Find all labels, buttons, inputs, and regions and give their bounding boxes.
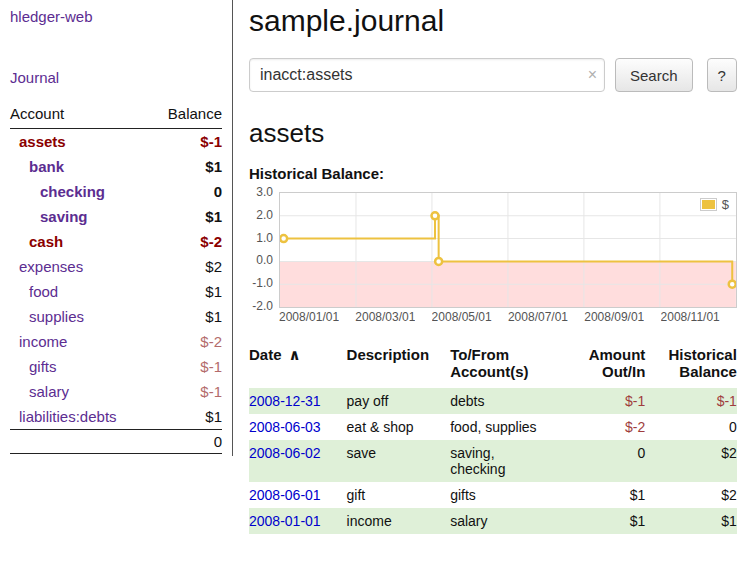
account-link[interactable]: gifts <box>29 358 57 375</box>
account-balance: $2 <box>151 254 223 279</box>
account-balance: $1 <box>151 154 223 179</box>
account-link[interactable]: food <box>29 283 58 300</box>
register-col-account: To/From Account(s) <box>450 344 563 388</box>
accounts-table: Account Balance assets$-1bank$1checking0… <box>10 102 222 454</box>
register-date-link[interactable]: 2008-06-03 <box>249 419 321 435</box>
account-row: gifts$-1 <box>10 354 222 379</box>
balance-chart-svg <box>280 193 736 307</box>
account-link[interactable]: cash <box>29 233 63 250</box>
account-balance: $-1 <box>151 354 223 379</box>
chart-point <box>435 258 442 265</box>
register-balance: $2 <box>645 440 737 482</box>
x-axis-tick-label: 2008/07/01 <box>508 310 568 324</box>
chart-point <box>729 281 736 288</box>
register-balance: $-1 <box>645 388 737 414</box>
legend-swatch-icon <box>700 198 717 211</box>
register-date-cell: 2008-06-02 <box>249 440 347 482</box>
account-link[interactable]: salary <box>29 383 69 400</box>
register-account: salary <box>450 508 563 534</box>
register-col-date[interactable]: Date∧ <box>249 344 347 388</box>
register-account: gifts <box>450 482 563 508</box>
register-table-body: 2008-12-31pay offdebts$-1$-12008-06-03ea… <box>249 388 737 534</box>
account-balance: $-1 <box>151 129 223 155</box>
main-content: sample.journal × Search ? assets Histori… <box>233 0 742 534</box>
help-button[interactable]: ? <box>707 58 737 92</box>
account-link[interactable]: assets <box>19 133 66 150</box>
register-description: gift <box>347 482 451 508</box>
account-balance: $-1 <box>151 379 223 404</box>
account-heading: assets <box>249 118 737 149</box>
register-date-link[interactable]: 2008-01-01 <box>249 513 321 529</box>
register-account: food, supplies <box>450 414 563 440</box>
sidebar-journal-link[interactable]: Journal <box>10 69 222 86</box>
y-axis-tick-label: 2.0 <box>256 208 273 222</box>
account-link[interactable]: supplies <box>29 308 84 325</box>
register-amount: 0 <box>563 440 645 482</box>
chart-y-labels: 3.02.01.00.0-1.0-2.0 <box>249 192 279 306</box>
register-description: income <box>347 508 451 534</box>
legend-label: $ <box>722 197 729 212</box>
account-balance: 0 <box>151 179 223 204</box>
register-date-link[interactable]: 2008-12-31 <box>249 393 321 409</box>
account-link[interactable]: liabilities:debts <box>19 408 117 425</box>
register-balance: $2 <box>645 482 737 508</box>
account-balance: $1 <box>151 204 223 229</box>
register-col-balance: Historical Balance <box>645 344 737 388</box>
account-link[interactable]: checking <box>40 183 105 200</box>
register-account: saving, checking <box>450 440 563 482</box>
register-col-description: Description <box>347 344 451 388</box>
account-row: assets$-1 <box>10 129 222 155</box>
register-row: 2008-06-02savesaving, checking0$2 <box>249 440 737 482</box>
register-date-link[interactable]: 2008-06-02 <box>249 445 321 461</box>
register-balance: $1 <box>645 508 737 534</box>
register-amount: $-2 <box>563 414 645 440</box>
accounts-table-body: assets$-1bank$1checking0saving$1cash$-2e… <box>10 129 222 430</box>
search-button[interactable]: Search <box>615 58 693 92</box>
register-description: save <box>347 440 451 482</box>
account-row: saving$1 <box>10 204 222 229</box>
account-balance: $1 <box>151 279 223 304</box>
search-input[interactable] <box>249 58 605 92</box>
account-link[interactable]: expenses <box>19 258 83 275</box>
sort-ascending-icon: ∧ <box>289 346 301 363</box>
register-description: pay off <box>347 388 451 414</box>
account-balance: $1 <box>151 304 223 329</box>
x-axis-tick-label: 2008/05/01 <box>432 310 492 324</box>
x-axis-tick-label: 2008/11/01 <box>661 310 720 324</box>
register-amount: $-1 <box>563 388 645 414</box>
app-title-link[interactable]: hledger-web <box>10 8 222 25</box>
y-axis-tick-label: -1.0 <box>252 276 273 290</box>
chart-plot-area: $ <box>279 192 737 308</box>
register-date-cell: 2008-06-03 <box>249 414 347 440</box>
search-box: × <box>249 58 605 92</box>
y-axis-tick-label: 0.0 <box>256 253 273 267</box>
chart-legend: $ <box>697 196 732 213</box>
account-row: salary$-1 <box>10 379 222 404</box>
register-row: 2008-01-01incomesalary$1$1 <box>249 508 737 534</box>
accounts-total-value: 0 <box>151 430 223 454</box>
register-account: debts <box>450 388 563 414</box>
chart-point <box>280 235 287 242</box>
chart-point <box>431 212 438 219</box>
chart-title: Historical Balance: <box>249 165 737 182</box>
register-col-amount: Amount Out/In <box>563 344 645 388</box>
account-link[interactable]: saving <box>40 208 88 225</box>
register-date-link[interactable]: 2008-06-01 <box>249 487 321 503</box>
account-balance: $-2 <box>151 229 223 254</box>
register-date-cell: 2008-01-01 <box>249 508 347 534</box>
page-title: sample.journal <box>249 4 737 38</box>
account-row: checking0 <box>10 179 222 204</box>
account-link[interactable]: bank <box>29 158 64 175</box>
accounts-col-balance: Balance <box>151 102 223 129</box>
balance-chart: 3.02.01.00.0-1.0-2.0 $ 2008/01/012008/03… <box>249 192 737 326</box>
register-amount: $1 <box>563 508 645 534</box>
clear-search-icon[interactable]: × <box>588 66 597 84</box>
hledger-web-app: hledger-web Journal Account Balance asse… <box>0 0 742 582</box>
register-row: 2008-06-03eat & shopfood, supplies$-20 <box>249 414 737 440</box>
account-link[interactable]: income <box>19 333 67 350</box>
chart-x-labels: 2008/01/012008/03/012008/05/012008/07/01… <box>279 308 737 326</box>
account-balance: $-2 <box>151 329 223 354</box>
register-row: 2008-12-31pay offdebts$-1$-1 <box>249 388 737 414</box>
accounts-total-spacer <box>10 430 151 454</box>
account-row: food$1 <box>10 279 222 304</box>
